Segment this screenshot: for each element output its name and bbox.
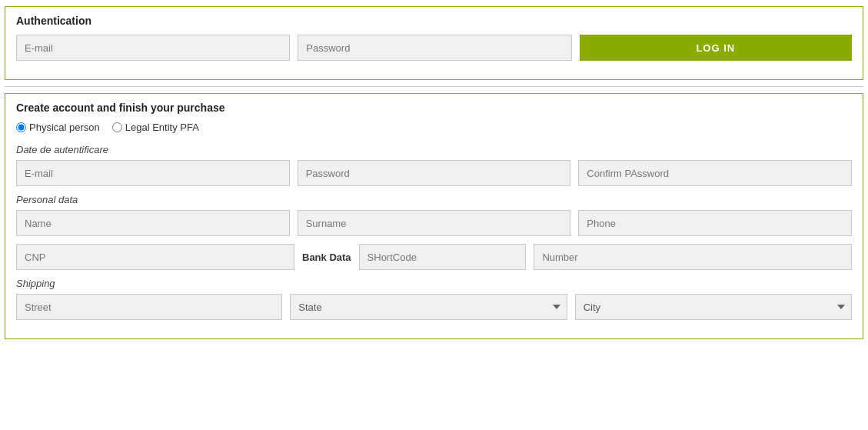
confirm-password-input[interactable] — [578, 160, 852, 186]
cnp-input[interactable] — [16, 244, 294, 270]
bank-data-label: Bank Data — [302, 252, 351, 263]
name-input[interactable] — [16, 210, 290, 236]
create-auth-row — [16, 160, 852, 186]
number-input[interactable] — [534, 244, 852, 270]
physical-person-label: Physical person — [29, 122, 100, 133]
personal-data-label: Personal data — [16, 194, 852, 205]
state-select[interactable]: State — [290, 294, 567, 320]
create-email-input[interactable] — [16, 160, 290, 186]
physical-person-radio[interactable] — [16, 122, 26, 132]
physical-person-radio-label[interactable]: Physical person — [16, 122, 100, 133]
shipping-label: Shipping — [16, 278, 852, 289]
auth-password-input[interactable] — [298, 35, 571, 61]
authentication-title: Authentication — [16, 15, 852, 27]
shortcode-input[interactable] — [359, 244, 527, 270]
create-account-title: Create account and finish your purchase — [16, 102, 852, 114]
create-account-section: Create account and finish your purchase … — [5, 93, 863, 339]
personal-data-row1 — [16, 210, 852, 236]
personal-data-row2: Bank Data — [16, 244, 852, 270]
city-select[interactable]: City — [575, 294, 852, 320]
login-button[interactable]: LOG IN — [580, 35, 852, 61]
section-divider — [5, 86, 863, 87]
create-password-input[interactable] — [298, 160, 571, 186]
legal-entity-radio[interactable] — [112, 122, 122, 132]
bank-data-group: Bank Data — [302, 244, 852, 270]
auth-subsection-label: Date de autentificare — [16, 144, 852, 155]
legal-entity-radio-label[interactable]: Legal Entity PFA — [112, 122, 199, 133]
shipping-row: State City — [16, 294, 852, 320]
surname-input[interactable] — [298, 210, 571, 236]
phone-input[interactable] — [578, 210, 852, 236]
auth-email-input[interactable] — [16, 35, 290, 61]
account-type-radio-group: Physical person Legal Entity PFA — [16, 122, 852, 133]
auth-form-row: LOG IN — [16, 35, 852, 61]
authentication-section: Authentication LOG IN — [5, 6, 863, 80]
legal-entity-label: Legal Entity PFA — [125, 122, 199, 133]
street-input[interactable] — [16, 294, 282, 320]
